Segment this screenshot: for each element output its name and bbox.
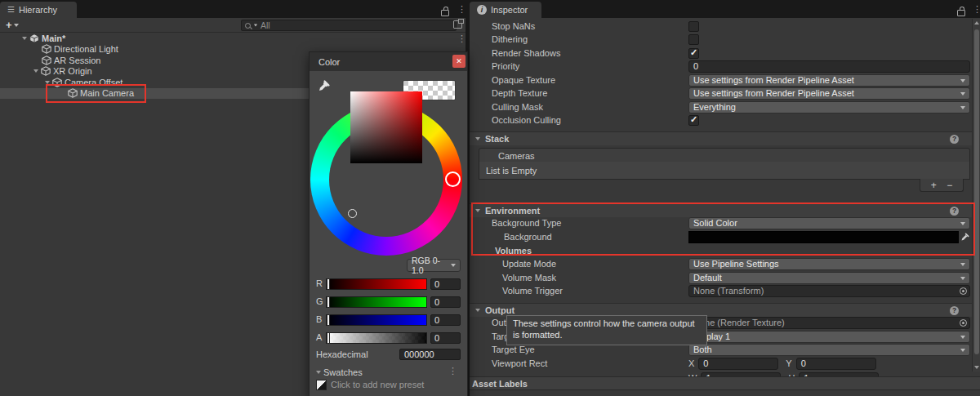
foldout-arrow-icon[interactable] xyxy=(22,37,27,40)
priority-field[interactable]: 0 xyxy=(688,60,970,73)
swatches-foldout[interactable]: Swatches xyxy=(316,367,363,377)
swatches-menu-icon[interactable]: ⋮ xyxy=(448,367,457,376)
depth-texture-dropdown[interactable]: Use settings from Render Pipeline Asset xyxy=(688,87,970,100)
stop-nans-checkbox[interactable] xyxy=(688,21,699,32)
object-picker-icon[interactable] xyxy=(960,287,967,295)
tab-inspector[interactable]: i Inspector xyxy=(470,2,541,18)
green-slider[interactable] xyxy=(326,296,427,308)
tab-hierarchy[interactable]: ☰ Hierarchy xyxy=(0,2,77,18)
hierarchy-toolbar: + All xyxy=(0,18,466,33)
culling-mask-dropdown[interactable]: Everything xyxy=(688,101,970,113)
opaque-texture-dropdown[interactable]: Use settings from Render Pipeline Asset xyxy=(688,74,970,87)
red-slider[interactable] xyxy=(326,278,427,290)
slider-handle[interactable] xyxy=(327,314,330,326)
channel-row-b: B 0 xyxy=(310,314,467,326)
hierarchy-lock-icon[interactable] xyxy=(441,6,449,16)
foldout-arrow-icon xyxy=(316,371,321,374)
tab-hierarchy-label: Hierarchy xyxy=(19,5,57,15)
chevron-down-icon xyxy=(451,264,456,267)
channel-row-a: A 0 xyxy=(310,332,467,344)
row-viewport-rect-wh-clipped: W 1 H 1 xyxy=(470,370,980,376)
chevron-down-icon xyxy=(960,92,965,96)
tree-item-label: AR Session xyxy=(54,56,100,65)
scene-icon xyxy=(29,33,39,43)
chevron-down-icon xyxy=(960,106,965,109)
search-filter-chevron-icon xyxy=(254,24,257,27)
foldout-arrow-icon xyxy=(475,309,480,312)
output-texture-object-field[interactable]: None (Render Texture) xyxy=(688,317,970,329)
tree-item-label: Main* xyxy=(42,33,65,43)
asset-labels-section[interactable]: Asset Labels xyxy=(470,376,980,390)
saturation-value-square[interactable] xyxy=(350,91,422,163)
remove-camera-button[interactable]: − xyxy=(947,180,952,190)
info-icon: i xyxy=(477,5,487,15)
color-mode-dropdown[interactable]: RGB 0-1.0 xyxy=(407,259,461,272)
highlight-box-environment xyxy=(471,202,975,256)
inspector-menu-icon[interactable]: ⋮ xyxy=(973,5,980,14)
blue-value-field[interactable]: 0 xyxy=(430,314,461,326)
preset-swatch-icon[interactable] xyxy=(316,380,327,390)
hexadecimal-field[interactable]: 000000 xyxy=(399,349,461,360)
target-eye-dropdown[interactable]: Both xyxy=(688,344,970,356)
add-camera-button[interactable]: + xyxy=(931,180,937,190)
close-button[interactable]: ✕ xyxy=(452,55,466,68)
color-window-titlebar[interactable]: Color xyxy=(310,52,467,71)
object-picker-icon[interactable] xyxy=(960,319,967,327)
scrollbar-thumb[interactable] xyxy=(974,29,979,354)
hierarchy-icon: ☰ xyxy=(7,6,15,14)
close-icon: ✕ xyxy=(456,57,462,65)
row-viewport-rect-xy: Viewport Rect X 0 Y 0 xyxy=(470,357,980,370)
swatches-label: Swatches xyxy=(323,367,363,377)
dithering-checkbox[interactable] xyxy=(688,34,699,45)
target-display-dropdown[interactable]: Display 1 xyxy=(688,331,970,343)
help-icon[interactable]: ? xyxy=(950,306,959,315)
viewport-y-field[interactable]: 0 xyxy=(796,358,876,370)
inspector-scrollbar[interactable] xyxy=(972,19,980,372)
channel-row-g: G 0 xyxy=(310,296,467,308)
volume-mask-dropdown[interactable]: Default xyxy=(688,272,970,284)
section-stack[interactable]: Stack ? xyxy=(470,131,980,145)
eyedropper-icon[interactable] xyxy=(317,78,331,92)
hierarchy-menu-icon[interactable]: ⋮ xyxy=(457,5,466,14)
viewport-x-field[interactable]: 0 xyxy=(698,358,778,370)
chevron-down-icon xyxy=(960,336,965,339)
volume-trigger-object-field[interactable]: None (Transform) xyxy=(688,285,970,297)
alpha-slider[interactable] xyxy=(326,332,427,344)
row-dithering: Dithering xyxy=(470,33,980,46)
hexadecimal-label: Hexadecimal xyxy=(316,349,368,359)
row-opaque-texture: Opaque Texture Use settings from Render … xyxy=(470,73,980,87)
render-shadows-checkbox[interactable] xyxy=(688,48,699,59)
blue-slider[interactable] xyxy=(326,314,427,326)
create-object-button[interactable]: + xyxy=(6,19,19,31)
alpha-value-field[interactable]: 0 xyxy=(430,332,461,344)
color-window-title: Color xyxy=(318,57,340,67)
search-in-window-icon[interactable] xyxy=(453,20,462,29)
red-value-field[interactable]: 0 xyxy=(430,278,461,290)
inspector-lock-icon[interactable] xyxy=(957,6,965,16)
hue-selector[interactable] xyxy=(445,171,461,187)
output-tooltip: These settings control how the camera ou… xyxy=(506,315,707,345)
occlusion-culling-checkbox[interactable] xyxy=(688,115,699,126)
search-icon xyxy=(245,23,251,29)
tree-item-main[interactable]: Main* xyxy=(0,33,466,44)
slider-handle[interactable] xyxy=(327,332,330,344)
scroll-up-icon[interactable] xyxy=(974,21,979,24)
chevron-down-icon xyxy=(960,263,965,266)
foldout-arrow-icon[interactable] xyxy=(33,69,38,73)
gameobject-cube-icon xyxy=(42,44,51,54)
scroll-down-icon[interactable] xyxy=(974,366,979,369)
sv-selector[interactable] xyxy=(348,209,357,218)
row-update-mode: Update Mode Use Pipeline Settings xyxy=(470,257,980,270)
help-icon[interactable]: ? xyxy=(950,135,959,144)
green-value-field[interactable]: 0 xyxy=(430,296,461,308)
search-placeholder: All xyxy=(261,20,270,30)
row-culling-mask: Culling Mask Everything xyxy=(470,100,980,113)
slider-handle[interactable] xyxy=(327,296,330,308)
slider-handle[interactable] xyxy=(327,278,330,290)
update-mode-dropdown[interactable]: Use Pipeline Settings xyxy=(688,258,970,270)
color-mode-value: RGB 0-1.0 xyxy=(412,256,451,275)
inspector-panel: i Inspector ⋮ Stop NaNs Dithering Render… xyxy=(470,0,980,396)
unity-editor: ☰ Hierarchy ⋮ + All ⋮ Main* xyxy=(0,0,980,396)
hierarchy-search-input[interactable]: All xyxy=(241,20,457,31)
chevron-down-icon xyxy=(960,79,965,82)
